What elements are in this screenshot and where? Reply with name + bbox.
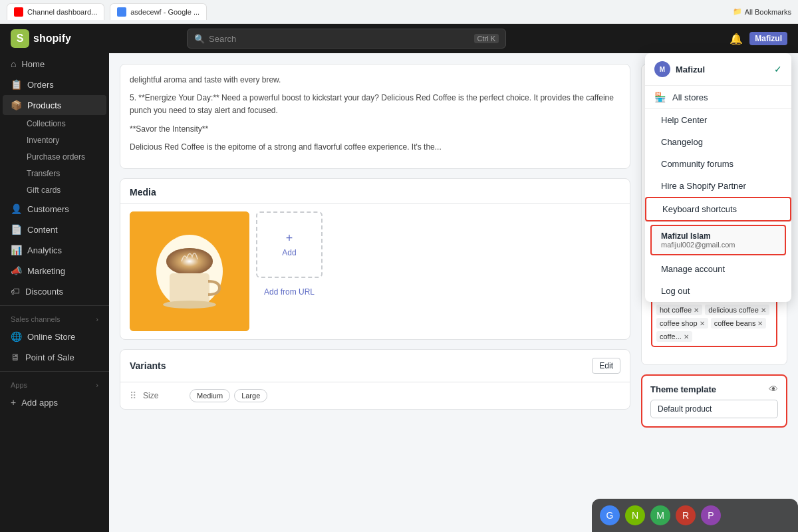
add-apps-icon: + xyxy=(11,397,16,408)
pos-icon: 🖥 xyxy=(11,352,20,362)
sales-channels-label: Sales channels xyxy=(11,315,61,323)
user-email: mafijul002@gmail.com xyxy=(661,241,775,249)
discounts-label: Discounts xyxy=(25,287,63,297)
dropdown-keyboard-shortcuts[interactable]: Keyboard shortcuts xyxy=(645,197,791,221)
dropdown-changelog[interactable]: Changelog xyxy=(645,131,791,153)
add-from-url-button[interactable]: Add from URL xyxy=(256,287,323,297)
sidebar-item-gift-cards[interactable]: Gift cards xyxy=(21,182,106,198)
sidebar-item-analytics[interactable]: 📊 Analytics xyxy=(3,240,106,260)
search-bar[interactable]: 🔍 Search Ctrl K xyxy=(187,29,506,49)
products-submenu: Collections Inventory Purchase orders Tr… xyxy=(0,116,109,198)
size-label: Size xyxy=(143,391,183,400)
dropdown-header: M Mafizul ✓ xyxy=(645,53,791,86)
apps-section: Apps › xyxy=(0,376,109,392)
desc-line-2: 5. **Energize Your Day:** Need a powerfu… xyxy=(130,92,620,117)
tab-google-label: asdecewf - Google ... xyxy=(130,8,200,16)
remove-coffee-beans[interactable]: ✕ xyxy=(757,320,763,327)
tab-google[interactable]: asdecewf - Google ... xyxy=(110,3,207,20)
shopify-nav: S shopify 🔍 Search Ctrl K 🔔 Mafizul M Ma… xyxy=(0,24,798,53)
shopify-logo-icon: S xyxy=(11,29,29,48)
preview-icon[interactable]: 👁 xyxy=(769,384,778,394)
desc-line-4: Delicious Red Coffee is the epitome of a… xyxy=(130,141,620,154)
media-title: Media xyxy=(120,179,630,203)
dropdown-user-section: M Mafizul xyxy=(654,61,705,77)
pos-label: Point of Sale xyxy=(25,352,74,362)
variants-title: Variants xyxy=(130,360,166,371)
description-card-body: delightful aroma and taste with every br… xyxy=(120,65,630,168)
orders-icon: 📋 xyxy=(11,79,22,90)
remove-delicious-coffee[interactable]: ✕ xyxy=(761,307,766,314)
dropdown-help-center[interactable]: Help Center xyxy=(645,109,791,131)
collections-label: Collections xyxy=(27,119,66,128)
sidebar-item-orders[interactable]: 📋 Orders xyxy=(3,74,106,94)
discounts-icon: 🏷 xyxy=(11,286,20,297)
size-large-tag: Large xyxy=(234,389,267,402)
marketing-label: Marketing xyxy=(27,266,65,276)
size-medium-tag: Medium xyxy=(190,389,230,402)
dropdown-all-stores[interactable]: 🏪 All stores xyxy=(645,86,791,108)
notifications-icon[interactable]: 🔔 xyxy=(730,33,743,45)
sidebar-item-collections[interactable]: Collections xyxy=(21,116,106,132)
remove-coffe[interactable]: ✕ xyxy=(684,333,689,340)
tab-channel-dashboard[interactable]: Channel dashboard... xyxy=(7,3,104,20)
description-card: delightful aroma and taste with every br… xyxy=(120,64,630,169)
sidebar-item-purchase-orders[interactable]: Purchase orders xyxy=(21,149,106,165)
sidebar-item-add-apps[interactable]: + Add apps xyxy=(3,392,106,412)
inventory-label: Inventory xyxy=(27,136,59,145)
content-left: delightful aroma and taste with every br… xyxy=(120,64,630,521)
drag-handle-icon[interactable]: ⠿ xyxy=(130,390,136,401)
user-full-name: Mafizul Islam xyxy=(661,231,775,241)
customers-icon: 👤 xyxy=(11,203,22,214)
taskbar-red-icon[interactable]: R xyxy=(676,505,696,525)
theme-template-label: Theme template xyxy=(650,384,716,394)
user-menu-button[interactable]: Mafizul xyxy=(749,32,787,45)
taskbar-nvidia-icon[interactable]: N xyxy=(625,505,645,525)
dropdown-hire-partner[interactable]: Hire a Shopify Partner xyxy=(645,175,791,197)
bookmarks-bar: 📁 All Bookmarks xyxy=(733,7,791,16)
size-tags: Medium Large xyxy=(190,389,267,402)
desc-line-1: delightful aroma and taste with every br… xyxy=(130,74,620,86)
sidebar-item-pos[interactable]: 🖥 Point of Sale xyxy=(3,347,106,367)
sidebar-item-marketing[interactable]: 📣 Marketing xyxy=(3,261,106,281)
media-grid: + Add Add from URL xyxy=(120,203,630,339)
desc-line-3: **Savor the Intensity** xyxy=(130,123,620,136)
sidebar-item-products[interactable]: 📦 Products xyxy=(3,95,106,115)
shopify-logo-text: shopify xyxy=(33,33,71,45)
taskbar-purple-icon[interactable]: P xyxy=(701,505,721,525)
sidebar-item-customers[interactable]: 👤 Customers xyxy=(3,199,106,219)
tag-coffee-beans: coffee beans ✕ xyxy=(711,318,767,329)
orders-label: Orders xyxy=(27,80,54,90)
variants-header: Variants Edit xyxy=(120,350,630,382)
bookmarks-label: All Bookmarks xyxy=(745,8,791,16)
manage-account-label: Manage account xyxy=(661,264,725,274)
sidebar-item-discounts[interactable]: 🏷 Discounts xyxy=(3,281,106,301)
sidebar-item-inventory[interactable]: Inventory xyxy=(21,132,106,148)
user-dropdown-menu: M Mafizul ✓ 🏪 All stores Help Center Cha… xyxy=(645,53,791,302)
sidebar-item-online-store[interactable]: 🌐 Online Store xyxy=(3,327,106,346)
analytics-icon: 📊 xyxy=(11,245,22,255)
dropdown-community[interactable]: Community forums xyxy=(645,153,791,175)
taskbar-google-icon[interactable]: G xyxy=(600,505,620,525)
dropdown-manage-account[interactable]: Manage account xyxy=(645,258,791,280)
remove-coffee-shop[interactable]: ✕ xyxy=(700,320,705,327)
remove-hot-coffee[interactable]: ✕ xyxy=(694,307,699,314)
content-label: Content xyxy=(27,225,58,235)
gift-cards-label: Gift cards xyxy=(27,186,61,195)
edit-variants-button[interactable]: Edit xyxy=(592,358,620,374)
add-media-button[interactable]: + Add xyxy=(256,211,323,278)
sidebar-item-transfers[interactable]: Transfers xyxy=(21,166,106,182)
variant-row-size: ⠿ Size Medium Large xyxy=(120,382,630,409)
analytics-label: Analytics xyxy=(27,245,62,255)
sidebar-item-home[interactable]: ⌂ Home xyxy=(3,54,106,74)
theme-template-select[interactable]: Default product xyxy=(650,400,778,418)
changelog-label: Changelog xyxy=(661,137,703,147)
sidebar-item-content[interactable]: 📄 Content xyxy=(3,219,106,239)
dropdown-log-out[interactable]: Log out xyxy=(645,280,791,302)
products-label: Products xyxy=(27,100,61,110)
sidebar: ⌂ Home 📋 Orders 📦 Products Collections I… xyxy=(0,53,109,532)
nav-right: 🔔 Mafizul M Mafizul ✓ 🏪 All stores Help … xyxy=(730,32,787,45)
shopify-logo[interactable]: S shopify xyxy=(11,29,71,48)
svg-rect-4 xyxy=(170,273,209,303)
taskbar-maps-icon[interactable]: M xyxy=(650,505,670,525)
online-store-icon: 🌐 xyxy=(11,331,22,342)
